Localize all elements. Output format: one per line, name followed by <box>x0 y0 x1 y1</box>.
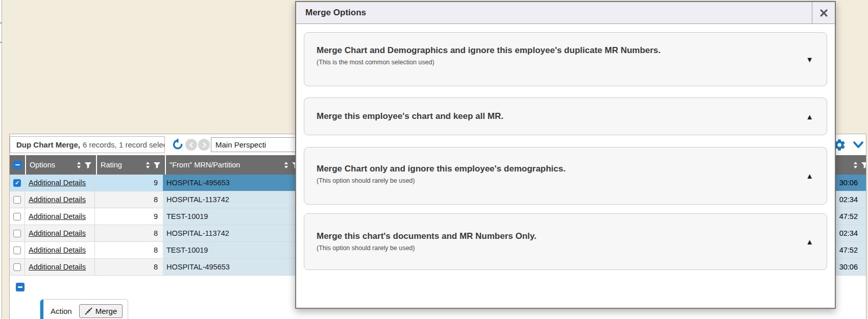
merge-option-title: Merge this chart's documents and MR Numb… <box>317 231 537 241</box>
additional-details-link[interactable]: Additional Details <box>29 229 86 237</box>
row-check-cell <box>10 208 25 225</box>
expand-toggle-icon[interactable]: ▲ <box>806 237 813 246</box>
column-label: Rating <box>101 161 122 169</box>
merge-option-text: Merge Chart only and ignore this employe… <box>317 164 566 188</box>
collapse-panel-button[interactable] <box>852 139 864 151</box>
expand-toggle-icon[interactable]: ▲ <box>806 112 813 121</box>
merge-button-label: Merge <box>95 307 117 315</box>
row-options-cell: Additional Details <box>25 208 95 225</box>
merge-option-text: Merge this chart's documents and MR Numb… <box>317 231 537 253</box>
next-page-button[interactable] <box>198 139 210 151</box>
grid-title: Dup Chart Merge, 6 records, 1 record sel… <box>10 136 165 153</box>
row-rating-cell: 9 <box>95 175 163 191</box>
footer-select-all-checkbox[interactable] <box>16 283 25 291</box>
row-rating-cell: 8 <box>95 259 163 275</box>
row-options-cell: Additional Details <box>25 242 95 258</box>
merge-option-text: Merge this employee's chart and keep all… <box>317 111 503 121</box>
row-options-cell: Additional Details <box>25 259 95 275</box>
filter-icon[interactable] <box>153 161 161 169</box>
row-checkbox[interactable] <box>13 196 21 204</box>
action-panel-accent <box>40 300 43 319</box>
expand-toggle-icon[interactable]: ▼ <box>806 55 813 64</box>
filter-icon[interactable] <box>84 161 92 169</box>
additional-details-link[interactable]: Additional Details <box>29 212 86 220</box>
splitter-tick <box>0 42 2 43</box>
row-check-cell <box>10 191 25 208</box>
row-time-value: 47:52 <box>839 246 866 254</box>
row-options-cell: Additional Details <box>25 175 95 191</box>
chevron-right-icon <box>201 142 207 148</box>
row-check-cell <box>10 259 25 275</box>
merge-option-title: Merge this employee's chart and keep all… <box>317 111 503 121</box>
left-splitter-edge[interactable] <box>0 0 2 319</box>
merge-icon <box>85 307 92 315</box>
merge-option-title: Merge Chart only and ignore this employe… <box>317 164 566 174</box>
sort-icon[interactable] <box>853 161 858 169</box>
row-time-value: 30:06 <box>839 179 866 187</box>
merge-option-title: Merge Chart and Demographics and ignore … <box>317 45 661 56</box>
column-header-rating[interactable]: Rating <box>97 155 165 175</box>
row-time-value: 02:34 <box>839 195 866 204</box>
row-mrn-value: TEST-10019 <box>166 246 208 254</box>
row-check-cell <box>10 175 25 191</box>
merge-option-card[interactable]: Merge Chart only and ignore this employe… <box>304 147 827 205</box>
row-time-value: 47:52 <box>839 212 866 220</box>
row-check-cell <box>10 225 25 241</box>
perspective-value: Main Perspecti <box>215 140 266 149</box>
sort-icon[interactable] <box>76 161 82 169</box>
sort-icon[interactable] <box>145 161 151 169</box>
action-panel: Action Merge <box>40 299 128 319</box>
close-icon <box>820 9 828 17</box>
chevron-left-icon <box>188 142 195 148</box>
merge-option-card[interactable]: Merge this employee's chart and keep all… <box>304 97 827 135</box>
close-button[interactable] <box>812 2 835 23</box>
row-options-cell: Additional Details <box>25 225 95 241</box>
row-check-cell <box>10 242 25 258</box>
dialog-body: Merge Chart and Demographics and ignore … <box>296 24 835 278</box>
row-rating-cell: 9 <box>95 208 163 225</box>
column-label: Options <box>30 161 55 169</box>
row-time-value: 30:06 <box>839 263 866 271</box>
action-label: Action <box>51 307 72 315</box>
merge-option-subtitle: (This is the most common selection used) <box>317 59 661 66</box>
merge-option-card[interactable]: Merge this chart's documents and MR Numb… <box>304 213 827 270</box>
row-mrn-value: HOSPITAL-113742 <box>166 229 229 237</box>
additional-details-link[interactable]: Additional Details <box>29 246 86 254</box>
row-mrn-value: TEST-10019 <box>166 212 208 220</box>
splitter-tick <box>0 22 2 23</box>
row-checkbox[interactable] <box>13 263 21 271</box>
merge-option-subtitle: (This option should rarely be used) <box>317 244 537 252</box>
additional-details-link[interactable]: Additional Details <box>29 195 86 204</box>
column-header-options[interactable]: Options <box>26 155 96 175</box>
additional-details-link[interactable]: Additional Details <box>29 179 86 187</box>
row-mrn-value: HOSPITAL-495653 <box>166 263 230 271</box>
row-time-value: 02:34 <box>839 229 866 237</box>
sort-icon[interactable] <box>283 161 289 169</box>
additional-details-link[interactable]: Additional Details <box>29 263 86 271</box>
dialog-title: Merge Options <box>296 8 366 18</box>
row-mrn-value: HOSPITAL-113742 <box>166 195 229 204</box>
row-checkbox[interactable] <box>13 213 21 220</box>
merge-button[interactable]: Merge <box>79 304 123 318</box>
grid-title-name: Dup Chart Merge, <box>16 140 80 149</box>
grid-record-count: 6 records, 1 record selected <box>83 140 165 149</box>
row-mrn-value: HOSPITAL-495653 <box>166 179 230 187</box>
select-all-header-cell <box>10 155 25 175</box>
merge-option-card[interactable]: Merge Chart and Demographics and ignore … <box>304 32 827 86</box>
row-checkbox[interactable] <box>13 247 21 254</box>
refresh-button[interactable] <box>171 138 184 151</box>
row-rating-cell: 8 <box>95 191 163 208</box>
merge-option-subtitle: (This option should rarely be used) <box>317 177 566 184</box>
merge-option-text: Merge Chart and Demographics and ignore … <box>317 45 661 73</box>
row-rating-cell: 8 <box>95 225 163 241</box>
chevron-down-icon <box>852 139 864 151</box>
previous-page-button[interactable] <box>185 139 197 151</box>
column-label: "From" MRN/Partition <box>170 161 240 169</box>
select-all-checkbox[interactable] <box>13 161 22 169</box>
filter-icon[interactable] <box>861 161 866 169</box>
refresh-icon <box>171 138 184 151</box>
row-checkbox[interactable] <box>13 230 21 237</box>
dialog-header: Merge Options <box>296 2 835 24</box>
row-checkbox[interactable] <box>13 179 21 187</box>
expand-toggle-icon[interactable]: ▲ <box>806 171 813 180</box>
